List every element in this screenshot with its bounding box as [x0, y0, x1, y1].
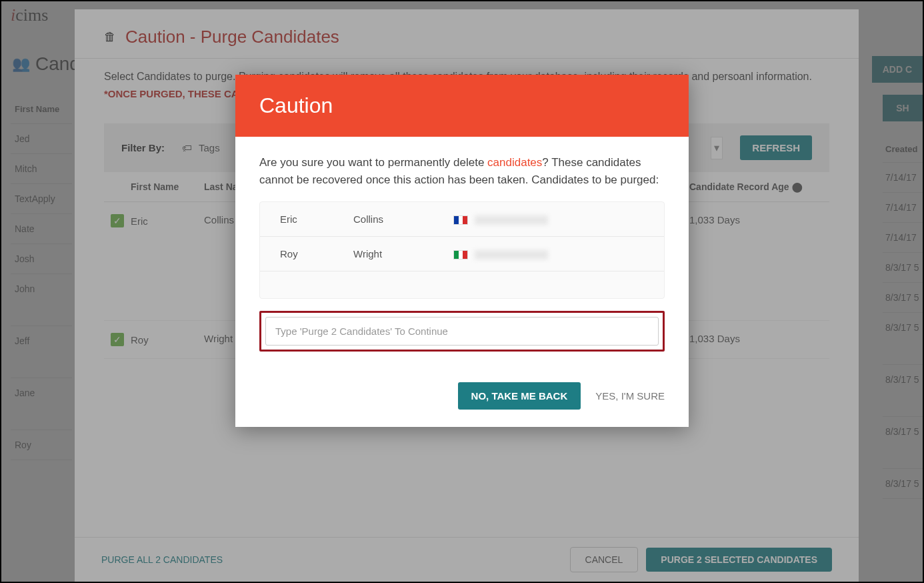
redacted-text — [475, 215, 548, 225]
caution-confirm-modal: Caution Are you sure you want to permane… — [235, 75, 689, 427]
flag-icon — [453, 250, 468, 259]
caution-cell-email — [453, 211, 548, 227]
caution-msg-highlight: candidates — [487, 156, 542, 169]
redacted-text — [475, 250, 548, 259]
caution-body: Are you sure you want to permanently del… — [235, 137, 689, 370]
confirm-input-highlight — [259, 311, 665, 352]
yes-im-sure-button[interactable]: YES, I'M SURE — [595, 390, 665, 402]
caution-msg-pre: Are you sure you want to permanently del… — [259, 156, 487, 169]
caution-candidate-table: Eric Collins Roy Wright — [259, 201, 665, 300]
caution-table-row: Roy Wright — [260, 237, 664, 271]
caution-cell-last: Collins — [353, 211, 453, 227]
caution-cell-email — [453, 246, 548, 261]
caution-cell-last: Wright — [353, 246, 453, 261]
caution-table-row: Eric Collins — [260, 202, 664, 237]
confirm-input[interactable] — [265, 317, 659, 346]
caution-footer: NO, TAKE ME BACK YES, I'M SURE — [235, 370, 689, 427]
caution-cell-first: Eric — [280, 211, 353, 227]
caution-message: Are you sure you want to permanently del… — [259, 154, 665, 189]
no-take-me-back-button[interactable]: NO, TAKE ME BACK — [458, 382, 581, 410]
caution-header: Caution — [235, 75, 689, 137]
flag-icon — [453, 215, 468, 225]
caution-cell-first: Roy — [280, 246, 353, 261]
